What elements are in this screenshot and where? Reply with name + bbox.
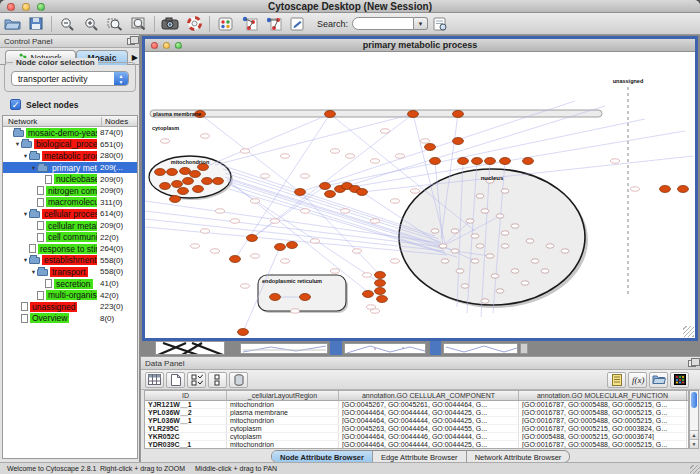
network-node[interactable] bbox=[501, 231, 509, 235]
network-node-colored[interactable] bbox=[320, 183, 331, 190]
network-node-colored[interactable] bbox=[377, 296, 388, 303]
network-node-colored[interactable] bbox=[172, 181, 183, 188]
network-node[interactable] bbox=[501, 189, 509, 193]
zoom-fit-icon[interactable] bbox=[127, 14, 151, 34]
network-node-colored[interactable] bbox=[472, 158, 483, 165]
network-frame-titlebar[interactable]: primary metabolic process bbox=[145, 39, 695, 52]
network-node[interactable] bbox=[476, 244, 484, 248]
network-node[interactable] bbox=[251, 254, 260, 258]
save-button[interactable] bbox=[24, 14, 48, 34]
network-node-colored[interactable] bbox=[247, 235, 258, 242]
tree-row[interactable]: ▼transport558(0) bbox=[3, 266, 137, 278]
zoom-selected-icon[interactable] bbox=[103, 14, 127, 34]
vizmapper-icon[interactable] bbox=[213, 14, 237, 34]
open-file-button[interactable] bbox=[0, 14, 24, 34]
attribute-report-icon[interactable] bbox=[607, 372, 626, 388]
network-node-colored[interactable] bbox=[325, 191, 336, 198]
network-node[interactable] bbox=[611, 159, 620, 163]
network-node-colored[interactable] bbox=[178, 188, 189, 195]
table-row[interactable]: YDR039C__1mitochondrion[GO:0044464, GO:0… bbox=[145, 441, 688, 449]
network-node-colored[interactable] bbox=[230, 256, 241, 263]
expand-arrow-icon[interactable]: ▼ bbox=[30, 165, 37, 171]
network-node[interactable] bbox=[466, 219, 474, 223]
network-node-colored[interactable] bbox=[180, 168, 191, 175]
network-node-colored[interactable] bbox=[275, 244, 286, 251]
expand-arrow-icon[interactable]: ▼ bbox=[22, 257, 29, 263]
network-node-colored[interactable] bbox=[458, 158, 469, 165]
unselect-attributes-icon[interactable] bbox=[208, 372, 227, 388]
network-edge[interactable] bbox=[229, 183, 380, 283]
network-node[interactable] bbox=[391, 259, 400, 263]
network-node[interactable] bbox=[363, 273, 372, 277]
network-node[interactable] bbox=[353, 249, 362, 253]
apply-layout-alt-icon[interactable] bbox=[261, 14, 285, 34]
network-node[interactable] bbox=[521, 281, 529, 285]
network-node[interactable] bbox=[411, 189, 420, 193]
network-node-colored[interactable] bbox=[375, 280, 386, 287]
tree-row[interactable]: multi-organism pro42(0) bbox=[3, 289, 137, 301]
zoom-out-icon[interactable] bbox=[55, 14, 79, 34]
network-node[interactable] bbox=[631, 187, 640, 191]
network-node[interactable] bbox=[301, 174, 310, 178]
tree-row[interactable]: Overview8(0) bbox=[3, 313, 137, 325]
network-node[interactable] bbox=[481, 209, 489, 213]
network-node-colored[interactable] bbox=[160, 183, 171, 190]
tree-row[interactable]: ▼cellular process614(0) bbox=[3, 208, 137, 220]
tab-node-attribute-browser[interactable]: Node Attribute Browser bbox=[272, 451, 373, 462]
network-node[interactable] bbox=[211, 249, 220, 253]
network-node-colored[interactable] bbox=[193, 186, 204, 193]
delete-attribute-icon[interactable] bbox=[229, 372, 248, 388]
network-node[interactable] bbox=[261, 174, 270, 178]
search-dropdown-arrow[interactable]: ▼ bbox=[414, 17, 428, 30]
window-resize-grip[interactable] bbox=[690, 465, 700, 474]
tree-row[interactable]: nitrogen compou209(0) bbox=[3, 185, 137, 197]
attribute-table-icon[interactable] bbox=[145, 372, 164, 388]
network-node-colored[interactable] bbox=[270, 294, 281, 301]
tree-row[interactable]: mosaic-demo-yeast874(0) bbox=[3, 127, 137, 139]
network-node[interactable] bbox=[451, 249, 459, 253]
snapshot-camera-icon[interactable] bbox=[158, 14, 182, 34]
network-node[interactable] bbox=[231, 219, 240, 223]
network-node[interactable] bbox=[251, 199, 260, 203]
network-node[interactable] bbox=[431, 229, 439, 233]
table-row[interactable]: YPL036W__1mitochondrion[GO:0044464, GO:0… bbox=[145, 417, 688, 425]
network-node[interactable] bbox=[341, 209, 350, 213]
background-window-fragment[interactable] bbox=[344, 343, 426, 354]
network-node-colored[interactable] bbox=[375, 288, 386, 295]
background-window-fragment[interactable] bbox=[330, 341, 342, 355]
network-node[interactable] bbox=[461, 284, 469, 288]
network-node-colored[interactable] bbox=[238, 329, 249, 336]
network-node[interactable] bbox=[381, 129, 390, 133]
network-node[interactable] bbox=[439, 244, 447, 248]
tree-row[interactable]: ▼establishment of loc558(0) bbox=[3, 255, 137, 267]
network-node-colored[interactable] bbox=[363, 291, 374, 298]
network-node[interactable] bbox=[331, 269, 340, 273]
column-header[interactable]: annotation.GO MOLECULAR_FUNCTION bbox=[519, 391, 687, 400]
node-color-dropdown[interactable]: transporter activity ▲▼ bbox=[11, 71, 129, 86]
background-window-fragment[interactable] bbox=[520, 343, 528, 354]
network-node-colored[interactable] bbox=[213, 178, 224, 185]
network-node[interactable] bbox=[481, 299, 489, 303]
network-node-colored[interactable] bbox=[453, 111, 464, 118]
frame-resize-grip[interactable] bbox=[683, 326, 694, 337]
network-node[interactable] bbox=[371, 219, 380, 223]
table-scrollbar[interactable]: ▲ ▼ bbox=[689, 390, 699, 449]
tree-row[interactable]: macromolecule311(0) bbox=[3, 197, 137, 209]
network-node-colored[interactable] bbox=[295, 189, 306, 196]
background-window-fragment[interactable] bbox=[430, 341, 441, 355]
tree-row[interactable]: ▼biological_process651(0) bbox=[3, 139, 137, 151]
table-row[interactable]: YPL036W__2plasma membrane[GO:0044464, GO… bbox=[145, 409, 688, 417]
network-node-colored[interactable] bbox=[485, 158, 496, 165]
column-header[interactable]: _cellularLayoutRegion bbox=[227, 391, 339, 400]
select-nodes-checkbox[interactable]: ✓ bbox=[10, 99, 21, 110]
network-node[interactable] bbox=[191, 244, 200, 248]
network-node[interactable] bbox=[301, 209, 310, 213]
network-node-colored[interactable] bbox=[425, 144, 436, 151]
network-node[interactable] bbox=[471, 234, 479, 238]
network-node-colored[interactable] bbox=[170, 196, 181, 203]
apply-layout-icon[interactable] bbox=[237, 14, 261, 34]
tree-row[interactable]: ▼metabolic process280(0) bbox=[3, 150, 137, 162]
compartment-plasma-membrane[interactable] bbox=[150, 110, 602, 117]
annotation-icon[interactable] bbox=[285, 14, 309, 34]
search-settings-icon[interactable] bbox=[428, 14, 452, 34]
